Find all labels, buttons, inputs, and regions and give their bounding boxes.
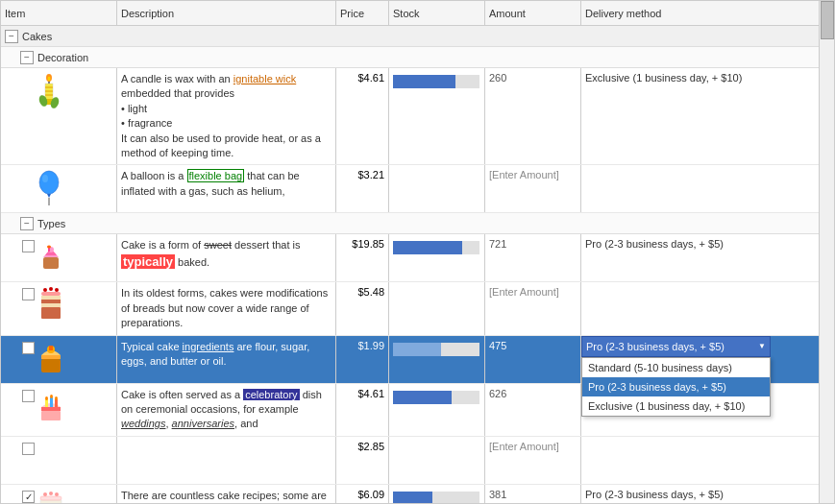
svg-rect-19 (41, 303, 61, 307)
desc-cell-cake4: Cake is often served as a celebratory di… (117, 384, 336, 436)
checkbox-cake2[interactable] (22, 288, 35, 300)
price-cell-candle: $4.61 (336, 68, 389, 164)
dropdown-option[interactable]: Exclusive (1 business day, + $10) (582, 396, 770, 416)
stock-cell-cake5 (389, 437, 485, 484)
svg-point-37 (55, 396, 58, 400)
price-cell-cake4: $4.61 (336, 384, 389, 436)
amount-cell-cake5: [Enter Amount] (485, 437, 581, 484)
item-cell-cake6 (1, 485, 117, 504)
amount-cell-candle: 260 (485, 68, 581, 164)
item-cell-cake2 (1, 282, 117, 334)
desc-cell-cake3: Typical cake ingredients are flour, suga… (117, 336, 336, 383)
svg-rect-41 (40, 496, 61, 500)
table-row: A balloon is a flexible bag that can be … (1, 165, 821, 213)
svg-rect-40 (40, 500, 61, 504)
checkbox-cake1[interactable] (22, 240, 35, 252)
grid: Item Description Price Stock Amount Deli… (1, 1, 821, 504)
price-cell-balloon: $3.21 (336, 165, 389, 212)
main-table: Item Description Price Stock Amount Deli… (0, 0, 835, 504)
group-cakes[interactable]: − Cakes (1, 26, 821, 47)
item-cell-cake3 (1, 336, 117, 383)
svg-rect-18 (41, 307, 61, 319)
anniversaries-link[interactable]: anniversaries (172, 418, 234, 429)
delivery-cell-cake2 (581, 282, 778, 334)
item-cell-balloon (1, 165, 117, 212)
desc-cell-balloon: A balloon is a flexible bag that can be … (117, 165, 336, 212)
checkbox-cake4[interactable] (22, 390, 35, 402)
stock-cell-cake3 (389, 336, 485, 383)
scrollbar-thumb[interactable] (821, 1, 834, 39)
delivery-cell-cake3[interactable]: Pro (2-3 business days, + $5) ▼ Standard… (581, 336, 778, 383)
item-cell-cake4 (1, 384, 117, 436)
price-cell-cake1: $19.85 (336, 234, 389, 281)
dropdown-option[interactable]: Standard (5-10 business days) (582, 358, 770, 377)
svg-point-44 (55, 492, 59, 496)
typically-text: typically (121, 254, 175, 269)
ingredients-link[interactable]: ingredients (183, 341, 234, 352)
table-row: Typical cake ingredients are flour, suga… (1, 336, 821, 384)
header-desc: Description (117, 1, 336, 26)
amount-cell-cake4: 626 (485, 384, 581, 436)
svg-point-42 (43, 492, 47, 496)
item-cell-cake5 (1, 437, 117, 484)
stock-bar-cake6 (393, 492, 479, 504)
price-cell-cake2: $5.48 (336, 282, 389, 334)
desc-cell-candle: A candle is wax with an ignitable wick e… (117, 68, 336, 164)
expand-cakes-icon[interactable]: − (5, 30, 18, 43)
stock-cell-cake4 (389, 384, 485, 436)
ignitable-link[interactable]: ignitable wick (233, 73, 296, 84)
stock-bar-candle (393, 75, 479, 88)
cake4-icon (37, 388, 64, 426)
svg-point-24 (49, 287, 53, 291)
svg-point-43 (49, 492, 53, 495)
svg-rect-29 (49, 346, 53, 350)
item-cell-candle (1, 68, 117, 164)
checkbox-cake3[interactable] (22, 342, 35, 354)
amount-cell-cake3: 475 (485, 336, 581, 383)
price-cell-cake5: $2.85 (336, 437, 389, 484)
scrollbar[interactable] (819, 1, 834, 503)
stock-cell-balloon (389, 165, 485, 212)
header-delivery: Delivery method (581, 1, 778, 26)
expand-types-icon[interactable]: − (20, 217, 34, 230)
svg-point-23 (43, 288, 47, 292)
header-price: Price (336, 1, 389, 26)
amount-cell-cake6: 381 (485, 485, 581, 504)
item-cell-cake1 (1, 234, 117, 281)
svg-point-36 (50, 395, 53, 398)
dropdown-selected-value[interactable]: Pro (2-3 business days, + $5) ▼ (581, 336, 771, 357)
delivery-cell-balloon (581, 165, 778, 212)
dropdown-option-selected[interactable]: Pro (2-3 business days, + $5) (582, 377, 770, 396)
table-row: In its oldest forms, cakes were modifica… (1, 282, 821, 335)
table-row: $2.85 [Enter Amount] (1, 437, 821, 485)
delivery-cell-cake6: Pro (2-3 business days, + $5) (581, 485, 778, 504)
svg-rect-20 (41, 300, 61, 303)
candle-icon (36, 72, 62, 110)
delivery-dropdown-cake3[interactable]: Pro (2-3 business days, + $5) ▼ Standard… (581, 336, 778, 357)
expand-decoration-icon[interactable]: − (20, 51, 34, 64)
flexible-link[interactable]: flexible bag (187, 169, 245, 182)
svg-rect-31 (41, 407, 61, 411)
checkbox-cake5[interactable] (22, 443, 35, 455)
decoration-label: Decoration (37, 52, 88, 63)
group-types[interactable]: − Types (1, 213, 821, 234)
amount-cell-cake2: [Enter Amount] (485, 282, 581, 334)
cakes-label: Cakes (22, 31, 52, 42)
desc-cell-cake5 (117, 437, 336, 484)
svg-rect-30 (41, 411, 61, 420)
svg-rect-21 (41, 296, 61, 300)
sweet-text: sweet (204, 239, 232, 251)
weddings-link[interactable]: weddings (121, 418, 165, 429)
header-stock: Stock (389, 1, 485, 26)
table-row: Cake is a form of sweet dessert that is … (1, 234, 821, 282)
desc-cell-cake2: In its oldest forms, cakes were modifica… (117, 282, 336, 334)
balloon-icon (36, 169, 62, 207)
svg-rect-33 (50, 397, 53, 407)
table-row: A candle is wax with an ignitable wick e… (1, 68, 821, 165)
stock-bar-cake3 (393, 343, 479, 356)
types-label: Types (37, 218, 65, 229)
checkbox-cake6[interactable] (22, 491, 35, 503)
svg-rect-26 (41, 359, 61, 372)
svg-point-25 (55, 288, 59, 292)
group-decoration[interactable]: − Decoration (1, 47, 821, 68)
